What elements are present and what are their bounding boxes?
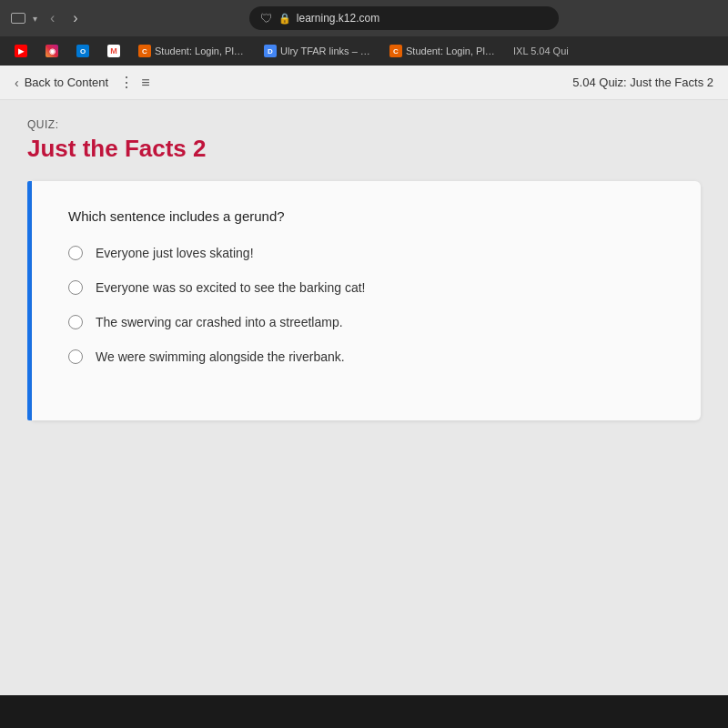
window-tab-icon [11,13,25,24]
option-a-text: Everyone just loves skating! [96,246,254,260]
chevron-left-icon: ‹ [15,76,19,90]
title-bar: ▾ ‹ › 🛡 🔒 learning.k12.com [0,0,728,36]
tab-gmail[interactable]: M [100,40,127,62]
lock-icon: 🔒 [278,13,291,25]
option-b[interactable]: Everyone was so excited to see the barki… [68,280,664,295]
tab-docs-label: Ulry TFAR links – Google D... [280,46,371,56]
quiz-label: QUIZ: [27,118,701,131]
tab-docs[interactable]: D Ulry TFAR links – Google D... [257,40,379,62]
hamburger-icon[interactable]: ≡ [141,75,149,91]
outlook-favicon: O [76,45,89,57]
tab-youtube[interactable]: ▶ [7,40,35,62]
tab-canvas1-label: Student: Login, Please Sig... [155,46,246,56]
radio-c[interactable] [68,315,83,329]
dots-menu-icon[interactable]: ⋮ [119,74,134,91]
youtube-favicon: ▶ [15,45,27,57]
tab-canvas2[interactable]: C Student: Login, Please Sig... [382,40,504,62]
radio-a[interactable] [68,246,83,260]
tab-canvas1[interactable]: C Student: Login, Please Sig... [131,40,253,62]
url-text: learning.k12.com [297,12,379,25]
canvas2-favicon: C [389,45,402,57]
toolbar-page-title: 5.04 Quiz: Just the Facts 2 [572,76,713,89]
page-content: QUIZ: Just the Facts 2 Which sentence in… [0,100,728,695]
option-b-text: Everyone was so excited to see the barki… [96,280,366,295]
option-d-text: We were swimming alongside the riverbank… [96,349,345,364]
canvas1-favicon: C [138,45,151,57]
shield-icon: 🛡 [260,11,273,25]
option-c-text: The swerving car crashed into a streetla… [96,315,343,329]
chevron-down-icon: ▾ [33,14,37,24]
option-d[interactable]: We were swimming alongside the riverbank… [68,349,664,364]
back-button[interactable]: ‹ [45,8,60,28]
radio-d[interactable] [68,349,83,364]
forward-button[interactable]: › [67,8,83,28]
tab-canvas2-label: Student: Login, Please Sig... [406,46,497,56]
option-c[interactable]: The swerving car crashed into a streetla… [68,315,664,329]
tab-outlook[interactable]: O [69,40,96,62]
docs-favicon: D [264,45,277,57]
back-to-content-link[interactable]: ‹ Back to Content [15,76,108,90]
gmail-favicon: M [107,45,120,57]
option-a[interactable]: Everyone just loves skating! [68,246,664,260]
address-bar[interactable]: 🛡 🔒 learning.k12.com [249,6,559,30]
quiz-card: Which sentence includes a gerund? Everyo… [32,181,701,420]
page-toolbar: ‹ Back to Content ⋮ ≡ 5.04 Quiz: Just th… [0,66,728,100]
tab-instagram[interactable]: ◉ [38,40,66,62]
radio-b[interactable] [68,280,83,295]
question-text: Which sentence includes a gerund? [68,208,664,224]
instagram-favicon: ◉ [46,45,58,57]
tabs-bar: ▶ ◉ O M C Student: Login, Please Sig... … [0,36,728,66]
quiz-card-container: Which sentence includes a gerund? Everyo… [27,181,701,420]
back-to-content-label: Back to Content [25,76,109,89]
quiz-title: Just the Facts 2 [27,135,701,163]
tab-extra: IXL 5.04 Qui [508,46,574,56]
